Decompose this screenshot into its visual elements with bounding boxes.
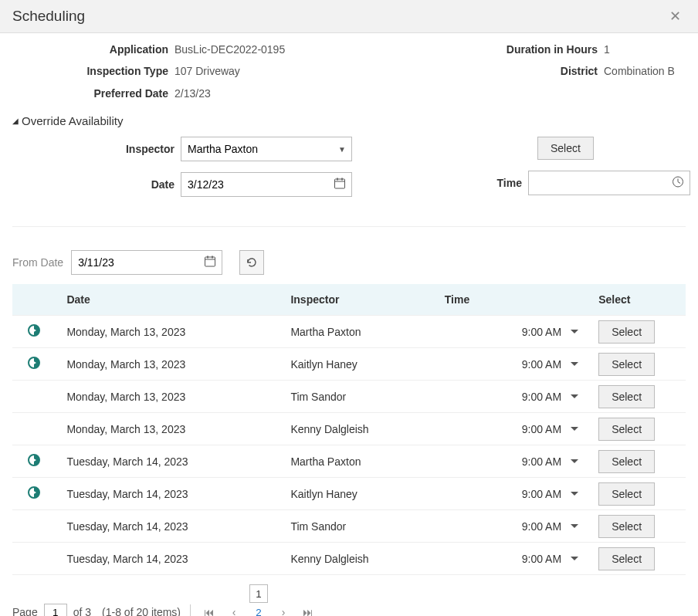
cell-date: Tuesday, March 14, 2023 — [60, 543, 284, 575]
chevron-right-icon: › — [282, 606, 286, 616]
table-row: Monday, March 13, 2023Martha Paxton9:00 … — [12, 316, 686, 348]
chevron-left-icon: ‹ — [232, 606, 236, 616]
refresh-button[interactable] — [239, 250, 264, 275]
override-date-label: Date — [12, 178, 181, 191]
cell-inspector: Kenny Dalgleish — [284, 543, 438, 575]
status-icon — [28, 327, 40, 339]
page-number-1[interactable]: 1 — [249, 584, 268, 603]
inspector-select[interactable]: ▼ — [181, 137, 352, 161]
row-select-button[interactable]: Select — [598, 418, 655, 441]
override-section-title: Override Availability — [22, 114, 123, 127]
cell-inspector: Tim Sandor — [284, 381, 438, 413]
page-prev-button[interactable]: ‹ — [225, 603, 243, 616]
cell-date: Monday, March 13, 2023 — [60, 348, 284, 381]
pagination: Page of 3 (1-8 of 20 items) ⏮ ‹ 123 › ⏭ — [12, 575, 686, 616]
table-row: Tuesday, March 14, 2023Kenny Dalgleish9:… — [12, 543, 686, 575]
duration-value: 1 — [604, 41, 610, 58]
cell-time: 9:00 AM — [522, 488, 561, 500]
info-panel: Application BusLic-DEC2022-0195 Inspecti… — [12, 41, 686, 107]
cell-inspector: Kaitlyn Haney — [284, 478, 438, 510]
cell-inspector: Tim Sandor — [284, 510, 438, 543]
cell-time: 9:00 AM — [522, 455, 561, 468]
slots-table: Date Inspector Time Select Monday, March… — [12, 284, 686, 575]
close-icon: ✕ — [669, 8, 681, 24]
time-dropdown-icon[interactable] — [571, 459, 578, 463]
status-icon — [28, 359, 40, 371]
svg-rect-7 — [205, 257, 215, 266]
dialog-title: Scheduling — [12, 8, 85, 25]
cell-time: 9:00 AM — [522, 423, 561, 435]
status-icon — [28, 489, 40, 501]
col-select: Select — [592, 284, 686, 316]
page-next-button[interactable]: › — [274, 603, 293, 616]
application-value: BusLic-DEC2022-0195 — [174, 41, 285, 58]
row-select-button[interactable]: Select — [598, 482, 655, 506]
svg-line-6 — [678, 182, 680, 184]
row-select-button[interactable]: Select — [598, 385, 655, 408]
calendar-icon[interactable] — [204, 256, 216, 270]
table-header-row: Date Inspector Time Select — [12, 284, 686, 316]
cell-inspector: Kenny Dalgleish — [284, 413, 438, 445]
table-row: Monday, March 13, 2023Kenny Dalgleish9:0… — [12, 413, 686, 445]
page-of: of 3 — [73, 606, 91, 616]
table-row: Tuesday, March 14, 2023Tim Sandor9:00 AM… — [12, 510, 686, 543]
cell-date: Tuesday, March 14, 2023 — [60, 510, 284, 543]
district-value: Combination B — [604, 63, 675, 80]
duration-label: Duration in Hours — [349, 41, 604, 58]
application-label: Application — [12, 41, 174, 58]
page-number-2[interactable]: 2 — [249, 603, 268, 616]
cell-inspector: Martha Paxton — [284, 445, 438, 478]
row-select-button[interactable]: Select — [598, 450, 655, 473]
time-dropdown-icon[interactable] — [571, 362, 578, 366]
time-dropdown-icon[interactable] — [571, 330, 578, 333]
row-select-button[interactable]: Select — [598, 353, 655, 376]
inspection-type-value: 107 Driveway — [174, 63, 240, 80]
clock-icon[interactable] — [672, 176, 684, 191]
from-date-label: From Date — [12, 256, 63, 269]
time-dropdown-icon[interactable] — [571, 427, 578, 431]
table-row: Monday, March 13, 2023Tim Sandor9:00 AMS… — [12, 381, 686, 413]
table-row: Monday, March 13, 2023Kaitlyn Haney9:00 … — [12, 348, 686, 381]
override-time-label: Time — [391, 177, 528, 189]
row-select-button[interactable]: Select — [598, 515, 655, 538]
page-summary: (1-8 of 20 items) — [102, 606, 181, 616]
col-date: Date — [60, 284, 284, 316]
override-select-button[interactable]: Select — [537, 137, 594, 160]
last-icon: ⏭ — [303, 606, 313, 616]
close-button[interactable]: ✕ — [665, 8, 686, 25]
override-section-toggle[interactable]: ◢ Override Availability — [12, 114, 686, 127]
cell-time: 9:00 AM — [522, 358, 561, 371]
time-dropdown-icon[interactable] — [571, 524, 578, 528]
page-input[interactable] — [44, 604, 67, 616]
col-time: Time — [439, 284, 592, 316]
page-first-button[interactable]: ⏮ — [200, 603, 219, 616]
svg-rect-0 — [335, 179, 345, 188]
inspector-select-value[interactable] — [181, 137, 352, 161]
time-dropdown-icon[interactable] — [571, 492, 578, 496]
page-label: Page — [12, 606, 38, 616]
table-row: Tuesday, March 14, 2023Martha Paxton9:00… — [12, 445, 686, 478]
row-select-button[interactable]: Select — [598, 547, 655, 570]
time-dropdown-icon[interactable] — [571, 394, 578, 398]
preferred-date-label: Preferred Date — [12, 85, 174, 102]
table-row: Tuesday, March 14, 2023Kaitlyn Haney9:00… — [12, 478, 686, 510]
row-select-button[interactable]: Select — [598, 320, 655, 344]
override-date-input[interactable] — [181, 172, 352, 197]
divider — [12, 226, 686, 227]
override-time-input[interactable] — [528, 171, 690, 195]
dialog-header: Scheduling ✕ — [0, 0, 698, 33]
cell-date: Monday, March 13, 2023 — [60, 413, 284, 445]
cell-date: Monday, March 13, 2023 — [60, 381, 284, 413]
time-dropdown-icon[interactable] — [571, 557, 578, 560]
override-date-input-wrap — [181, 172, 352, 197]
page-last-button[interactable]: ⏭ — [299, 603, 317, 616]
cell-time: 9:00 AM — [522, 553, 561, 565]
calendar-icon[interactable] — [334, 178, 346, 192]
preferred-date-value: 2/13/23 — [174, 85, 211, 102]
from-date-input[interactable] — [71, 250, 222, 275]
cell-time: 9:00 AM — [522, 520, 561, 533]
first-icon: ⏮ — [204, 606, 215, 616]
cell-time: 9:00 AM — [522, 326, 561, 338]
cell-date: Monday, March 13, 2023 — [60, 316, 284, 348]
inspector-label: Inspector — [12, 143, 181, 155]
